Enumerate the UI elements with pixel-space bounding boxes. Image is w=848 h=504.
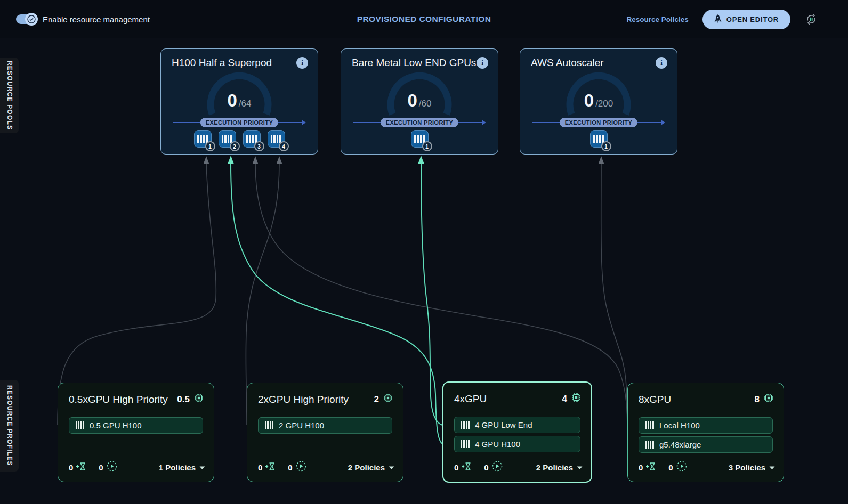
policies-label: 2 Policies: [348, 463, 385, 472]
gpu-entry-label: 2 GPU H100: [279, 421, 324, 430]
gauge-value: 0/64: [161, 91, 318, 111]
sidebar-tab-resource-profiles[interactable]: RESOURCE PROFILES: [0, 380, 19, 472]
gpu-bars-icon: [645, 441, 654, 449]
execution-priority-axis: EXECUTION PRIORITY: [341, 118, 498, 127]
capacity-count: /64: [239, 99, 252, 109]
gpu-count-value: 8: [755, 394, 760, 405]
policies-dropdown[interactable]: 1 Policies: [159, 462, 205, 472]
running-count: 0: [484, 463, 488, 472]
queued-hourglass-icon: [265, 462, 276, 473]
used-count: 0: [228, 91, 237, 110]
gpu-bars-icon: [265, 421, 273, 429]
resource-management-app: Enable resource management PROVISIONED C…: [0, 0, 848, 504]
priority-slots: 1 2 3 4: [161, 130, 318, 148]
queued-stat: 0: [454, 462, 472, 473]
chip-icon: [193, 393, 204, 406]
arrowhead-icon: [277, 156, 282, 164]
profile-card-4xgpu[interactable]: 4xGPU 4 4 GPU Low End 4 GPU H100 0 0 2 P…: [442, 381, 592, 483]
info-icon[interactable]: i: [296, 57, 308, 69]
queued-count: 0: [639, 463, 643, 472]
pool-card-bare-metal-low-end[interactable]: Bare Metal Low END GPUs i 0/60 EXECUTION…: [341, 48, 498, 155]
running-play-icon: [295, 460, 307, 474]
gpu-bars-icon: [461, 421, 470, 429]
gpu-bars-icon: [76, 421, 84, 429]
profile-title: 0.5xGPU High Priority: [69, 394, 168, 405]
policies-dropdown[interactable]: 2 Policies: [348, 462, 394, 472]
gpu-entries: 0.5 GPU H100: [69, 417, 203, 434]
pool-title: H100 Half a Superpod: [172, 57, 272, 69]
info-icon[interactable]: i: [656, 57, 667, 69]
connector-8xgpu-g548xlarge-to-aws: [601, 163, 627, 444]
running-play-icon: [676, 460, 688, 474]
policies-dropdown[interactable]: 3 Policies: [729, 462, 775, 472]
arrowhead-icon: [418, 156, 424, 164]
toggle-track[interactable]: [16, 14, 36, 24]
info-icon[interactable]: i: [477, 57, 488, 69]
gpu-entry[interactable]: 4 GPU Low End: [454, 417, 580, 433]
slot-order-badge: 2: [230, 141, 240, 151]
running-play-icon: [491, 460, 503, 474]
chevron-down-icon: [389, 462, 394, 472]
queued-stat: 0: [639, 462, 657, 473]
gpu-entry[interactable]: 2 GPU H100: [258, 417, 392, 434]
profile-title: 4xGPU: [454, 393, 487, 405]
gpu-entry[interactable]: 0.5 GPU H100: [69, 417, 203, 434]
execution-priority-label: EXECUTION PRIORITY: [200, 118, 278, 127]
policies-label: 2 Policies: [536, 463, 573, 472]
pool-card-aws-autoscaler[interactable]: AWS Autoscaler i 0/200 EXECUTION PRIORIT…: [520, 48, 677, 155]
priority-arrow-icon: [302, 120, 306, 125]
gpu-slot[interactable]: 1: [411, 130, 429, 148]
gpu-entry-label: 4 GPU Low End: [475, 420, 532, 429]
profile-title: 2xGPU High Priority: [258, 394, 349, 405]
open-editor-label: OPEN EDITOR: [726, 15, 779, 23]
gpu-bars-icon: [461, 440, 470, 448]
priority-arrow-icon: [661, 120, 665, 125]
sync-paused-icon[interactable]: [804, 12, 818, 26]
gauge-value: 0/60: [341, 91, 498, 111]
policies-dropdown[interactable]: 2 Policies: [536, 462, 583, 472]
gpu-slot[interactable]: 3: [243, 130, 261, 148]
slot-order-badge: 1: [601, 141, 611, 151]
page-title: PROVISIONED CONFIGURATION: [357, 14, 491, 24]
open-editor-button[interactable]: OPEN EDITOR: [702, 10, 790, 29]
toggle-label: Enable resource management: [43, 15, 150, 24]
enable-resource-management-toggle[interactable]: Enable resource management: [16, 0, 150, 38]
chevron-down-icon: [769, 462, 775, 472]
pool-title: Bare Metal Low END GPUs: [352, 57, 476, 69]
gpu-slot[interactable]: 1: [590, 130, 608, 148]
gpu-entry-label: g5.48xlarge: [659, 440, 701, 449]
capacity-count: /200: [595, 99, 613, 109]
pool-card-h100-half-superpod[interactable]: H100 Half a Superpod i 0/64 EXECUTION PR…: [160, 48, 318, 155]
pool-title: AWS Autoscaler: [531, 57, 604, 69]
queued-stat: 0: [69, 462, 87, 473]
execution-priority-axis: EXECUTION PRIORITY: [520, 118, 677, 127]
toggle-check-icon: [25, 13, 38, 26]
gpu-slot[interactable]: 1: [194, 130, 212, 148]
execution-priority-label: EXECUTION PRIORITY: [560, 118, 637, 127]
profile-card-8xgpu[interactable]: 8xGPU 8 Local H100 g5.48xlarge 0 0 3 Pol…: [627, 383, 784, 482]
profile-card-05xgpu-high-priority[interactable]: 0.5xGPU High Priority 0.5 0.5 GPU H100 0…: [58, 383, 214, 482]
policies-label: 1 Policies: [159, 463, 196, 472]
queued-hourglass-icon: [76, 462, 87, 473]
gpu-count-value: 0.5: [177, 394, 190, 405]
gpu-slot[interactable]: 2: [219, 130, 236, 148]
profile-footer: 0 0 1 Policies: [69, 460, 205, 474]
sidebar-tab-resource-pools[interactable]: RESOURCE POOLS: [0, 58, 19, 133]
used-count: 0: [408, 91, 417, 110]
resource-policies-link[interactable]: Resource Policies: [627, 15, 689, 23]
gpu-entry[interactable]: g5.48xlarge: [639, 436, 773, 453]
queued-hourglass-icon: [461, 462, 472, 473]
chip-icon: [763, 393, 774, 406]
running-play-icon: [106, 460, 118, 474]
chip-icon: [571, 392, 582, 405]
gpu-entry-label: 4 GPU H100: [475, 440, 520, 449]
gpu-slot[interactable]: 4: [268, 130, 285, 148]
gpu-entries: Local H100 g5.48xlarge: [639, 417, 773, 453]
policies-label: 3 Policies: [729, 463, 765, 472]
gpu-entry-label: Local H100: [659, 421, 700, 430]
gpu-entry[interactable]: 4 GPU H100: [454, 436, 580, 452]
gpu-entry[interactable]: Local H100: [639, 417, 773, 434]
gpu-count: 2: [374, 393, 393, 406]
profile-card-2xgpu-high-priority[interactable]: 2xGPU High Priority 2 2 GPU H100 0 0 2 P…: [247, 383, 403, 482]
gpu-entry-label: 0.5 GPU H100: [90, 421, 142, 430]
